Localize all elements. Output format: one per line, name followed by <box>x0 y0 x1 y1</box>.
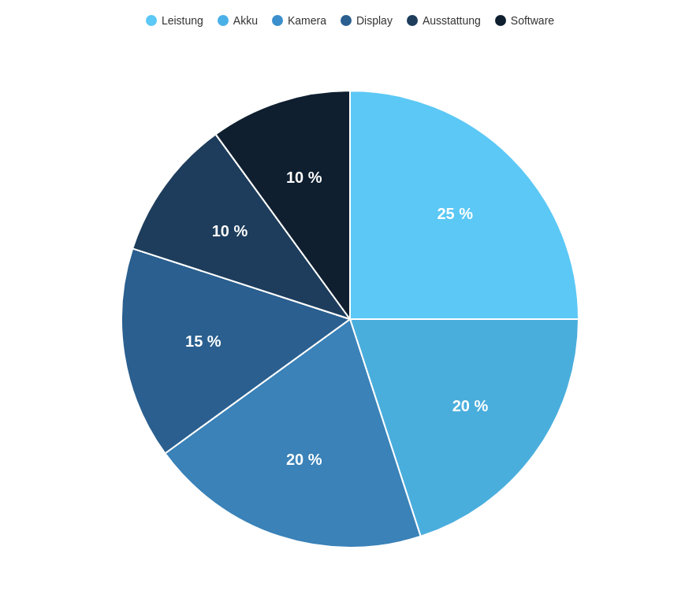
chart-container: 25 %20 %20 %15 %10 %10 % <box>0 33 700 605</box>
legend-label-leistung: Leistung <box>162 14 203 27</box>
legend-item-kamera: Kamera <box>272 14 326 27</box>
legend-dot-ausstattung <box>407 15 418 26</box>
legend-item-leistung: Leistung <box>146 14 203 27</box>
legend-label-akku: Akku <box>233 14 258 27</box>
legend-label-display: Display <box>356 14 393 27</box>
label-seg-display: 15 % <box>185 333 222 350</box>
legend-dot-kamera <box>272 15 283 26</box>
legend-label-ausstattung: Ausstattung <box>423 14 481 27</box>
chart-legend: LeistungAkkuKameraDisplayAusstattungSoft… <box>0 8 700 33</box>
label-seg-kamera: 20 % <box>286 451 322 468</box>
pie-chart: 25 %20 %20 %15 %10 %10 % <box>90 59 610 579</box>
legend-item-display: Display <box>341 14 393 27</box>
label-seg-ausstattung: 10 % <box>212 222 248 240</box>
legend-dot-leistung <box>146 15 157 26</box>
legend-dot-akku <box>218 15 229 26</box>
legend-item-software: Software <box>495 14 554 27</box>
label-seg-akku: 20 % <box>452 397 489 414</box>
legend-item-akku: Akku <box>218 14 258 27</box>
legend-label-kamera: Kamera <box>288 14 326 27</box>
label-seg-leistung: 25 % <box>437 205 473 222</box>
legend-item-ausstattung: Ausstattung <box>407 14 481 27</box>
label-seg-software: 10 % <box>286 169 322 186</box>
legend-label-software: Software <box>511 14 554 27</box>
legend-dot-display <box>341 15 352 26</box>
legend-dot-software <box>495 15 506 26</box>
